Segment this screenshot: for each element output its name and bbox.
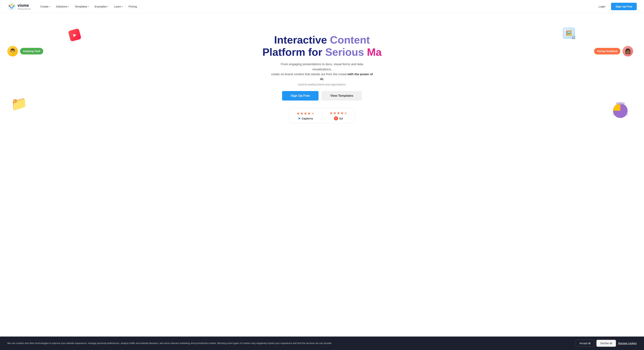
ratings-container: ★★★★★ ➤ Capterra ★★★★★ G G2 [289,108,355,123]
nav-pricing[interactable]: Pricing [126,3,140,9]
hero-section: 👨 Amazing Tool! Giving Feedback 👩🏾 ▶ 🖼️ … [0,13,644,141]
hero-title-serious: Serious [325,46,367,58]
g2-logo-icon: G [334,116,338,120]
chevron-down-icon: ▾ [122,5,123,7]
nav-examples[interactable]: Examples ▾ [92,3,111,9]
pie-chart-icon [611,102,630,118]
nav-create[interactable]: Create ▾ [38,3,53,9]
play-icon: ▶ [68,28,81,41]
hero-title-ma: Ma [367,46,382,58]
g2-stars: ★★★★★ [330,111,348,115]
folder-icon-float: 📁 [11,96,27,111]
svg-point-5 [616,102,625,105]
nav-learn[interactable]: Learn ▾ [112,3,125,9]
folder-icon: 📁 [10,95,28,112]
chevron-down-icon: ▾ [49,5,50,7]
nav-right: Login Sign Up Free [596,3,637,10]
brand-tagline: Powered by AI [18,8,30,10]
hero-templates-button[interactable]: View Templates [322,91,362,100]
play-icon-float: ▶ [69,29,80,40]
pie-chart-float [611,102,630,119]
hero-title-interactive: Interactive [274,34,330,46]
nav-signup-button[interactable]: Sign Up Free [611,3,637,10]
visme-logo-icon [7,2,16,11]
hero-used-by: Used by leading brands and organizations… [298,83,346,86]
brand-name: visme [18,3,30,8]
user-avatar-male: 👨 [7,46,18,56]
hero-title-platform: Platform [262,46,308,58]
image-icon-float: 🖼️ ↖️ [563,28,575,39]
svg-point-1 [9,5,10,6]
chevron-down-icon: ▾ [68,5,69,7]
svg-point-0 [8,2,16,10]
hero-title: Interactive Content Platform for Serious… [262,34,382,58]
hero-title-for: for [308,46,325,58]
capterra-rating: ★★★★★ ➤ Capterra [289,108,322,123]
giving-feedback-speech: Giving Feedback [594,48,620,54]
g2-brand: G G2 [334,116,343,120]
cursor-icon: ↖️ [572,36,575,39]
nav-links: Create ▾ Solutions ▾ Templates ▾ Example… [38,3,596,9]
chevron-down-icon: ▾ [107,5,108,7]
hero-subtitle: From engaging presentations to docs, vis… [271,62,373,82]
hero-title-content: Content [330,34,370,46]
capterra-brand: ➤ Capterra [298,117,313,120]
capterra-stars: ★★★★★ [296,111,315,116]
amazing-tool-bubble: 👨 Amazing Tool! [7,46,43,56]
login-button[interactable]: Login [596,3,608,9]
amazing-tool-speech: Amazing Tool! [20,48,43,54]
svg-point-2 [11,4,12,5]
hero-cta-buttons: Sign Up Free View Templates [282,91,362,100]
nav-solutions[interactable]: Solutions ▾ [54,3,72,9]
nav-templates[interactable]: Templates ▾ [72,3,91,9]
giving-feedback-bubble: Giving Feedback 👩🏾 [594,46,633,56]
svg-point-4 [612,112,628,117]
hero-signup-button[interactable]: Sign Up Free [282,91,319,100]
g2-rating: ★★★★★ G G2 [322,108,355,123]
navbar: visme Powered by AI Create ▾ Solutions ▾… [0,0,644,13]
capterra-arrow-icon: ➤ [298,117,300,120]
user-avatar-female: 👩🏾 [622,46,633,56]
logo[interactable]: visme Powered by AI [7,2,30,11]
image-icon: 🖼️ ↖️ [563,28,575,39]
svg-point-3 [13,5,14,6]
chevron-down-icon: ▾ [88,5,89,7]
